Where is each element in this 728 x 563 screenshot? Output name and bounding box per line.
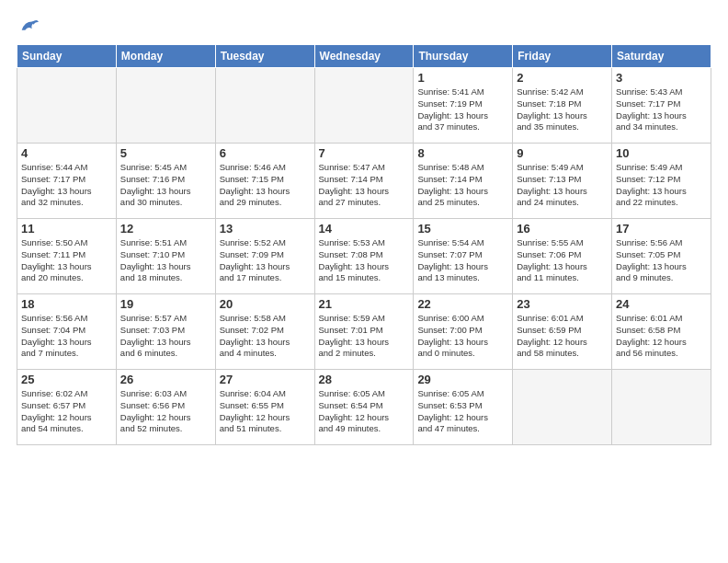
calendar-table: SundayMondayTuesdayWednesdayThursdayFrid… (17, 44, 711, 445)
calendar-cell: 20Sunrise: 5:58 AMSunset: 7:02 PMDayligh… (215, 294, 314, 370)
day-info: Sunrise: 5:53 AMSunset: 7:08 PMDaylight:… (319, 237, 410, 284)
day-number: 15 (417, 222, 508, 236)
day-info: Sunrise: 5:49 AMSunset: 7:12 PMDaylight:… (616, 162, 707, 209)
day-number: 2 (517, 71, 608, 85)
day-number: 14 (319, 222, 410, 236)
calendar-cell: 26Sunrise: 6:03 AMSunset: 6:56 PMDayligh… (116, 370, 215, 445)
day-number: 9 (517, 146, 608, 160)
calendar-cell: 24Sunrise: 6:01 AMSunset: 6:58 PMDayligh… (612, 294, 711, 370)
day-number: 25 (21, 373, 112, 386)
day-number: 19 (120, 297, 211, 311)
calendar-header-sunday: Sunday (17, 45, 117, 68)
calendar-header-thursday: Thursday (414, 45, 513, 68)
day-info: Sunrise: 5:56 AMSunset: 7:05 PMDaylight:… (616, 237, 707, 284)
calendar-cell: 21Sunrise: 5:59 AMSunset: 7:01 PMDayligh… (314, 294, 414, 370)
day-info: Sunrise: 5:52 AMSunset: 7:09 PMDaylight:… (220, 237, 311, 284)
day-info: Sunrise: 5:44 AMSunset: 7:17 PMDaylight:… (21, 162, 112, 209)
day-info: Sunrise: 5:58 AMSunset: 7:02 PMDaylight:… (220, 313, 311, 360)
calendar-cell: 25Sunrise: 6:02 AMSunset: 6:57 PMDayligh… (17, 370, 117, 445)
calendar-cell: 11Sunrise: 5:50 AMSunset: 7:11 PMDayligh… (17, 219, 117, 294)
calendar-header-tuesday: Tuesday (215, 45, 314, 68)
calendar-cell: 12Sunrise: 5:51 AMSunset: 7:10 PMDayligh… (116, 219, 215, 294)
calendar-cell (17, 68, 117, 144)
day-info: Sunrise: 6:03 AMSunset: 6:56 PMDaylight:… (120, 388, 211, 435)
day-number: 12 (120, 222, 211, 236)
day-info: Sunrise: 5:46 AMSunset: 7:15 PMDaylight:… (220, 162, 311, 209)
calendar-cell: 19Sunrise: 5:57 AMSunset: 7:03 PMDayligh… (116, 294, 215, 370)
day-number: 22 (417, 297, 508, 311)
calendar-cell: 7Sunrise: 5:47 AMSunset: 7:14 PMDaylight… (314, 144, 414, 219)
calendar-week-row: 18Sunrise: 5:56 AMSunset: 7:04 PMDayligh… (17, 294, 711, 370)
day-number: 6 (220, 146, 311, 160)
calendar-cell: 8Sunrise: 5:48 AMSunset: 7:14 PMDaylight… (414, 144, 513, 219)
day-number: 1 (417, 71, 508, 85)
day-info: Sunrise: 5:47 AMSunset: 7:14 PMDaylight:… (319, 162, 410, 209)
day-info: Sunrise: 6:00 AMSunset: 7:00 PMDaylight:… (417, 313, 508, 360)
calendar-cell: 15Sunrise: 5:54 AMSunset: 7:07 PMDayligh… (414, 219, 513, 294)
calendar-cell (612, 370, 711, 445)
day-info: Sunrise: 6:02 AMSunset: 6:57 PMDaylight:… (21, 388, 112, 435)
calendar-header-monday: Monday (116, 45, 215, 68)
calendar-cell: 17Sunrise: 5:56 AMSunset: 7:05 PMDayligh… (612, 219, 711, 294)
day-info: Sunrise: 5:56 AMSunset: 7:04 PMDaylight:… (21, 313, 112, 360)
day-number: 26 (120, 373, 211, 386)
day-info: Sunrise: 6:01 AMSunset: 6:59 PMDaylight:… (517, 313, 608, 360)
calendar-cell: 5Sunrise: 5:45 AMSunset: 7:16 PMDaylight… (116, 144, 215, 219)
calendar-cell: 1Sunrise: 5:41 AMSunset: 7:19 PMDaylight… (414, 68, 513, 144)
calendar-cell (116, 68, 215, 144)
day-number: 7 (319, 146, 410, 160)
day-number: 16 (517, 222, 608, 236)
day-number: 11 (21, 222, 112, 236)
day-number: 29 (417, 373, 508, 386)
calendar-cell: 28Sunrise: 6:05 AMSunset: 6:54 PMDayligh… (314, 370, 414, 445)
calendar-cell (513, 370, 612, 445)
day-number: 28 (319, 373, 410, 386)
calendar-week-row: 11Sunrise: 5:50 AMSunset: 7:11 PMDayligh… (17, 219, 711, 294)
calendar-week-row: 4Sunrise: 5:44 AMSunset: 7:17 PMDaylight… (17, 144, 711, 219)
day-info: Sunrise: 5:49 AMSunset: 7:13 PMDaylight:… (517, 162, 608, 209)
day-number: 23 (517, 297, 608, 311)
calendar-cell: 18Sunrise: 5:56 AMSunset: 7:04 PMDayligh… (17, 294, 117, 370)
day-info: Sunrise: 5:43 AMSunset: 7:17 PMDaylight:… (616, 86, 707, 133)
day-number: 17 (616, 222, 707, 236)
calendar-header-friday: Friday (513, 45, 612, 68)
calendar-cell: 16Sunrise: 5:55 AMSunset: 7:06 PMDayligh… (513, 219, 612, 294)
calendar-cell (215, 68, 314, 144)
day-info: Sunrise: 5:57 AMSunset: 7:03 PMDaylight:… (120, 313, 211, 360)
logo (17, 17, 39, 37)
page: SundayMondayTuesdayWednesdayThursdayFrid… (0, 0, 728, 454)
day-info: Sunrise: 5:48 AMSunset: 7:14 PMDaylight:… (417, 162, 508, 209)
day-info: Sunrise: 6:01 AMSunset: 6:58 PMDaylight:… (616, 313, 707, 360)
calendar-cell: 27Sunrise: 6:04 AMSunset: 6:55 PMDayligh… (215, 370, 314, 445)
day-info: Sunrise: 6:05 AMSunset: 6:53 PMDaylight:… (417, 388, 508, 435)
calendar-header-saturday: Saturday (612, 45, 711, 68)
day-info: Sunrise: 5:45 AMSunset: 7:16 PMDaylight:… (120, 162, 211, 209)
day-number: 10 (616, 146, 707, 160)
calendar-cell: 23Sunrise: 6:01 AMSunset: 6:59 PMDayligh… (513, 294, 612, 370)
calendar-header-row: SundayMondayTuesdayWednesdayThursdayFrid… (17, 45, 711, 68)
day-info: Sunrise: 5:55 AMSunset: 7:06 PMDaylight:… (517, 237, 608, 284)
day-number: 4 (21, 146, 112, 160)
calendar-cell: 2Sunrise: 5:42 AMSunset: 7:18 PMDaylight… (513, 68, 612, 144)
calendar-week-row: 25Sunrise: 6:02 AMSunset: 6:57 PMDayligh… (17, 370, 711, 445)
day-info: Sunrise: 5:41 AMSunset: 7:19 PMDaylight:… (417, 86, 508, 133)
day-number: 20 (220, 297, 311, 311)
day-info: Sunrise: 5:50 AMSunset: 7:11 PMDaylight:… (21, 237, 112, 284)
calendar-cell: 14Sunrise: 5:53 AMSunset: 7:08 PMDayligh… (314, 219, 414, 294)
day-number: 3 (616, 71, 707, 85)
day-number: 24 (616, 297, 707, 311)
day-number: 5 (120, 146, 211, 160)
day-info: Sunrise: 6:05 AMSunset: 6:54 PMDaylight:… (319, 388, 410, 435)
day-number: 21 (319, 297, 410, 311)
day-info: Sunrise: 6:04 AMSunset: 6:55 PMDaylight:… (220, 388, 311, 435)
calendar-week-row: 1Sunrise: 5:41 AMSunset: 7:19 PMDaylight… (17, 68, 711, 144)
calendar-cell: 6Sunrise: 5:46 AMSunset: 7:15 PMDaylight… (215, 144, 314, 219)
day-info: Sunrise: 5:51 AMSunset: 7:10 PMDaylight:… (120, 237, 211, 284)
calendar-header-wednesday: Wednesday (314, 45, 414, 68)
calendar-cell: 10Sunrise: 5:49 AMSunset: 7:12 PMDayligh… (612, 144, 711, 219)
day-number: 27 (220, 373, 311, 386)
calendar-cell: 4Sunrise: 5:44 AMSunset: 7:17 PMDaylight… (17, 144, 117, 219)
calendar-cell: 9Sunrise: 5:49 AMSunset: 7:13 PMDaylight… (513, 144, 612, 219)
calendar-cell: 29Sunrise: 6:05 AMSunset: 6:53 PMDayligh… (414, 370, 513, 445)
header (17, 17, 711, 37)
